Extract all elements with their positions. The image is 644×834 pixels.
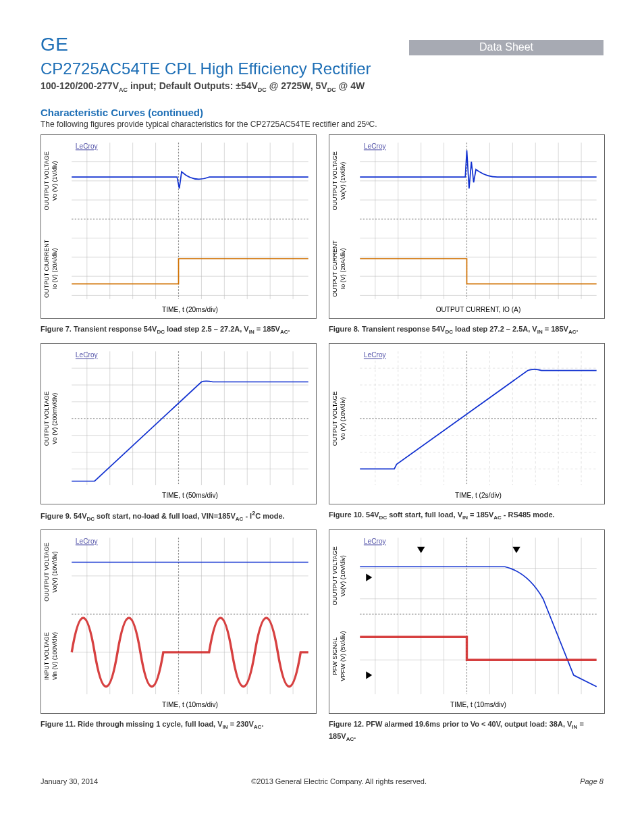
svg-text:LeCroy: LeCroy <box>76 142 99 150</box>
page-title: CP2725AC54TE CPL High Efficiency Rectifi… <box>41 59 603 79</box>
caption-10: Figure 10. 54VDC soft start, full load, … <box>329 510 603 522</box>
figure-8: LeCroy OUUTPUT VOLTAGE Vo(V) (1V/div) OU… <box>329 134 603 339</box>
svg-text:LeCroy: LeCroy <box>364 142 387 150</box>
scope-fig9: LeCroy OUTPUT VOLTAGE Vo (V) (200mV/div)… <box>41 343 317 504</box>
doc-type-badge: Data Sheet <box>409 40 603 55</box>
figure-12: LeCroy OUUTPUT VOLTAGE Vo(V) (10V/div) P… <box>329 529 603 746</box>
svg-text:OUTPUT CURRENT: OUTPUT CURRENT <box>331 240 338 296</box>
svg-text:Vo(V) (10V/div): Vo(V) (10V/div) <box>340 555 346 596</box>
caption-11: Figure 11. Ride through missing 1 cycle,… <box>41 719 315 731</box>
page-subtitle: 100-120/200-277VAC input; Default Output… <box>41 80 603 93</box>
svg-text:OUUTPUT VOLTAGE: OUUTPUT VOLTAGE <box>43 151 50 210</box>
svg-text:LeCroy: LeCroy <box>76 538 99 545</box>
svg-text:PFW SIGNAL: PFW SIGNAL <box>331 637 338 675</box>
svg-text:LeCroy: LeCroy <box>76 351 99 359</box>
section-heading: Characteristic Curves (continued) <box>41 107 603 118</box>
svg-text:OUTPUT VOLTAGE: OUTPUT VOLTAGE <box>43 391 50 446</box>
svg-text:LeCroy: LeCroy <box>364 351 387 359</box>
section-intro: The following figures provide typical ch… <box>41 120 603 129</box>
svg-text:TIME, t (20ms/div): TIME, t (20ms/div) <box>162 306 218 313</box>
figure-11: LeCroy OUUTPUT VOLTAGE Vo(V) (10V/div) I… <box>41 529 315 746</box>
svg-text:OUTPUT CIURRENT: OUTPUT CIURRENT <box>43 239 50 298</box>
svg-text:Vo (V) (200mV/div): Vo (V) (200mV/div) <box>51 392 58 444</box>
figure-grid: LeCroy OUUTPUT VOLTAGE Vo (V) (1V/div) O… <box>41 134 603 746</box>
caption-7: Figure 7. Transient response 54VDC load … <box>41 324 315 336</box>
svg-text:OUUTPUT VOLTAGE: OUUTPUT VOLTAGE <box>43 543 50 602</box>
figure-9: LeCroy OUTPUT VOLTAGE Vo (V) (200mV/div)… <box>41 343 315 526</box>
scope-fig12: LeCroy OUUTPUT VOLTAGE Vo(V) (10V/div) P… <box>329 529 605 714</box>
svg-text:OUUTPUT VOLTAGE: OUUTPUT VOLTAGE <box>331 151 338 210</box>
svg-text:VPFW (V) (5V/div): VPFW (V) (5V/div) <box>340 631 346 681</box>
figure-7: LeCroy OUUTPUT VOLTAGE Vo (V) (1V/div) O… <box>41 134 315 339</box>
scope-fig10: LeCroy OUTPUT VOLTAGE Vo (V) (10V/div) T… <box>329 343 605 504</box>
svg-text:LeCroy: LeCroy <box>364 538 387 545</box>
footer-copyright: ©2013 General Electric Company. All righ… <box>251 777 427 785</box>
svg-text:OUUTPUT VOLTAGE: OUUTPUT VOLTAGE <box>331 546 338 605</box>
scope-fig7: LeCroy OUUTPUT VOLTAGE Vo (V) (1V/div) O… <box>41 134 317 319</box>
svg-text:Vin (V) (100V/div): Vin (V) (100V/div) <box>51 632 58 680</box>
footer-date: January 30, 2014 <box>41 777 98 785</box>
svg-text:Vo(V) (1V/div): Vo(V) (1V/div) <box>340 161 346 199</box>
svg-text:Vo (V) (1V/div): Vo (V) (1V/div) <box>51 161 58 201</box>
footer-page: Page 8 <box>580 777 603 785</box>
svg-text:OUTPUT CURRENT, IO (A): OUTPUT CURRENT, IO (A) <box>436 306 521 313</box>
svg-text:Io (V) (20A/div): Io (V) (20A/div) <box>340 248 346 289</box>
svg-text:Vo (V) (10V/div): Vo (V) (10V/div) <box>340 396 346 440</box>
svg-text:Vo(V) (10V/div): Vo(V) (10V/div) <box>51 552 58 593</box>
svg-text:TIME, t (2s/div): TIME, t (2s/div) <box>455 492 502 499</box>
svg-text:Io (V) (20A/div): Io (V) (20A/div) <box>51 248 58 289</box>
svg-text:INPUT VOLTAGE: INPUT VOLTAGE <box>43 632 50 680</box>
svg-text:TIME, t (10ms/div): TIME, t (10ms/div) <box>450 701 506 708</box>
scope-fig8: LeCroy OUUTPUT VOLTAGE Vo(V) (1V/div) OU… <box>329 134 605 319</box>
ge-logo: GE <box>41 34 68 55</box>
caption-12: Figure 12. PFW alarmed 19.6ms prior to V… <box>329 719 603 743</box>
caption-8: Figure 8. Transient response 54VDC load … <box>329 324 603 336</box>
svg-text:TIME, t (10ms/div): TIME, t (10ms/div) <box>162 701 218 708</box>
page: GE Data Sheet CP2725AC54TE CPL High Effi… <box>0 0 644 812</box>
scope-fig11: LeCroy OUUTPUT VOLTAGE Vo(V) (10V/div) I… <box>41 529 317 714</box>
figure-10: LeCroy OUTPUT VOLTAGE Vo (V) (10V/div) T… <box>329 343 603 526</box>
svg-text:OUTPUT VOLTAGE: OUTPUT VOLTAGE <box>331 391 338 446</box>
svg-text:TIME, t (50ms/div): TIME, t (50ms/div) <box>162 492 218 499</box>
caption-9: Figure 9. 54VDC soft start, no-load & fu… <box>41 510 315 523</box>
top-bar: GE Data Sheet <box>41 34 603 55</box>
footer: January 30, 2014 ©2013 General Electric … <box>41 777 603 785</box>
